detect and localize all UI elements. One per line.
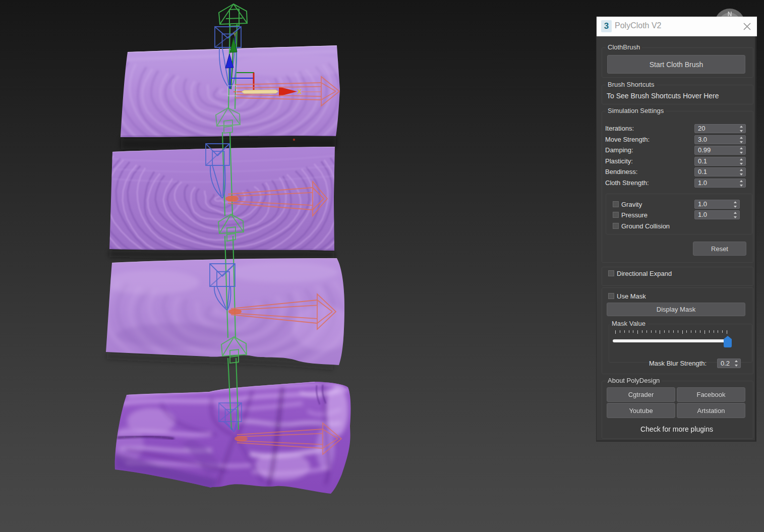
- svg-text:X: X: [297, 88, 302, 95]
- svg-text:Y: Y: [233, 31, 237, 37]
